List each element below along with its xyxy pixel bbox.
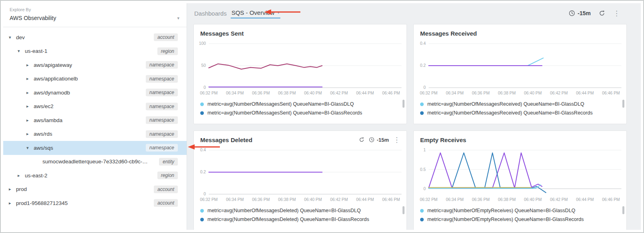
legend-label: metric=avg(NumberOfMessagesReceived) Que… xyxy=(427,110,593,116)
tree-item-type-badge: namespace xyxy=(146,61,178,69)
chevron-down-icon[interactable]: ▾ xyxy=(18,48,25,54)
clock-icon xyxy=(569,10,575,16)
chart-messages-sent: 05010006:32 PM06:34 PM06:36 PM06:38 PM06… xyxy=(194,38,407,97)
tree-item-aws-dynamodb[interactable]: ▸aws/dynamodbnamespace xyxy=(3,86,187,100)
tree-item-label: aws/applicationelb xyxy=(34,76,78,82)
svg-text:06:40 PM: 06:40 PM xyxy=(304,91,322,95)
chevron-right-icon[interactable]: ▸ xyxy=(26,76,34,81)
panel-empty-receives: Empty Receives00.5106:32 PM06:34 PM06:36… xyxy=(413,131,627,230)
legend-item[interactable]: metric=avg(NumberOfMessagesReceived) Que… xyxy=(420,101,618,107)
svg-text:06:32 PM: 06:32 PM xyxy=(200,91,217,95)
tree-item-type-badge: namespace xyxy=(146,102,178,110)
tree-item-us-east-2[interactable]: ▸us-east-2region xyxy=(3,169,187,183)
explore-sidebar: Explore By AWS Observability ▾ ▾devaccou… xyxy=(3,3,187,230)
panel-time-range-control[interactable]: -15m xyxy=(369,137,389,143)
legend-scrollbar[interactable] xyxy=(622,206,624,214)
chevron-down-icon: ▾ xyxy=(177,16,179,21)
dashboard-selector[interactable]: SQS - Overview ▾ xyxy=(231,8,280,18)
svg-text:0.5: 0.5 xyxy=(420,167,426,172)
legend-item[interactable]: metric=avg(NumberOfMessagesSent) QueueNa… xyxy=(200,101,398,107)
svg-text:06:44 PM: 06:44 PM xyxy=(356,91,374,95)
kebab-menu-icon[interactable]: ⋮ xyxy=(613,10,620,17)
legend: metric=avg(NumberOfEmptyReceives) QueueN… xyxy=(414,204,626,229)
chevron-right-icon[interactable]: ▸ xyxy=(26,131,34,137)
source-selector-value: AWS Observability xyxy=(10,15,56,21)
tree-item-us-east-1[interactable]: ▾us-east-1region xyxy=(3,44,187,58)
tree-item-label: sumocwdeadletterqueue-7e332d60-cb9c-11e8… xyxy=(42,159,149,165)
time-range-control[interactable]: -15m xyxy=(569,10,591,16)
legend-item[interactable]: metric=avg(NumberOfMessagesDeleted) Queu… xyxy=(200,208,398,213)
tree-item-aws-rds[interactable]: ▸aws/rdsnamespace xyxy=(3,127,187,141)
explore-tree: ▾devaccount▾us-east-1region▸aws/apigatew… xyxy=(3,27,187,210)
explore-sidebar-header: Explore By AWS Observability ▾ xyxy=(3,3,187,27)
svg-text:06:34 PM: 06:34 PM xyxy=(226,91,244,95)
svg-text:06:32 PM: 06:32 PM xyxy=(420,197,437,202)
panel-title: Messages Deleted xyxy=(200,137,252,143)
dashboard-grid: Messages Sent05010006:32 PM06:34 PM06:36… xyxy=(187,23,641,230)
svg-text:06:42 PM: 06:42 PM xyxy=(550,197,568,202)
svg-text:0: 0 xyxy=(203,86,206,90)
svg-text:0: 0 xyxy=(423,187,426,191)
legend-color-dot xyxy=(200,111,204,115)
tree-item-aws-lambda[interactable]: ▸aws/lambdanamespace xyxy=(3,113,187,127)
tree-item-prod1-956882712345[interactable]: ▸prod1-956882712345account xyxy=(3,196,187,210)
svg-text:06:46 PM: 06:46 PM xyxy=(382,91,400,95)
chevron-down-icon[interactable]: ▾ xyxy=(26,145,34,151)
chevron-right-icon[interactable]: ▸ xyxy=(26,118,34,123)
svg-text:06:36 PM: 06:36 PM xyxy=(472,91,489,95)
tree-item-label: aws/lambda xyxy=(34,117,62,123)
legend-color-dot xyxy=(200,209,204,213)
tree-item-dev[interactable]: ▾devaccount xyxy=(3,30,187,44)
chevron-down-icon: ▾ xyxy=(277,10,280,15)
tree-item-aws-applicationelb[interactable]: ▸aws/applicationelbnamespace xyxy=(3,72,187,86)
explore-by-label: Explore By xyxy=(10,7,180,12)
chevron-right-icon[interactable]: ▸ xyxy=(9,201,16,206)
legend: metric=avg(NumberOfMessagesDeleted) Queu… xyxy=(194,204,407,229)
chevron-right-icon[interactable]: ▸ xyxy=(26,62,34,68)
chart-messages-deleted: 00.20.406:32 PM06:34 PM06:36 PM06:38 PM0… xyxy=(194,145,407,204)
panel-title: Empty Receives xyxy=(420,137,466,143)
legend-item[interactable]: metric=avg(NumberOfMessagesDeleted) Queu… xyxy=(200,217,398,222)
tree-item-aws-apigateway[interactable]: ▸aws/apigatewaynamespace xyxy=(3,58,187,72)
breadcrumb-dashboards[interactable]: Dashboards xyxy=(194,10,227,17)
refresh-icon xyxy=(359,137,364,143)
panel-kebab-menu-icon[interactable]: ⋮ xyxy=(393,137,400,143)
chevron-down-icon[interactable]: ▾ xyxy=(9,35,16,40)
svg-text:06:38 PM: 06:38 PM xyxy=(498,197,515,202)
panel-refresh-button[interactable] xyxy=(359,137,364,143)
chart-empty-receives: 00.5106:32 PM06:34 PM06:36 PM06:38 PM06:… xyxy=(414,145,626,204)
svg-text:06:32 PM: 06:32 PM xyxy=(200,197,217,202)
legend-scrollbar[interactable] xyxy=(402,100,405,108)
tree-item-type-badge: namespace xyxy=(146,75,178,82)
panel-messages-sent: Messages Sent05010006:32 PM06:34 PM06:36… xyxy=(193,24,407,124)
legend-item[interactable]: metric=avg(NumberOfMessagesReceived) Que… xyxy=(420,110,618,116)
tree-item-label: aws/apigateway xyxy=(34,62,72,68)
tree-item-type-badge: namespace xyxy=(146,144,178,152)
chevron-right-icon[interactable]: ▸ xyxy=(26,90,34,95)
tree-item-prod[interactable]: ▸prodaccount xyxy=(3,183,187,197)
svg-text:06:38 PM: 06:38 PM xyxy=(498,91,515,95)
tree-item-aws-ec2[interactable]: ▸aws/ec2namespace xyxy=(3,100,187,114)
source-selector[interactable]: AWS Observability ▾ xyxy=(10,15,180,24)
tree-item-type-badge: account xyxy=(154,34,178,41)
legend-item[interactable]: metric=avg(NumberOfMessagesSent) QueueNa… xyxy=(200,110,398,116)
legend-item[interactable]: metric=avg(NumberOfEmptyReceives) QueueN… xyxy=(420,208,618,213)
tree-item-type-badge: account xyxy=(154,199,178,207)
legend-scrollbar[interactable] xyxy=(402,206,405,214)
tree-item-label: aws/sqs xyxy=(34,145,53,151)
refresh-button[interactable] xyxy=(599,10,605,16)
chart-messages-received: 00.20.406:32 PM06:34 PM06:36 PM06:38 PM0… xyxy=(414,38,626,97)
tree-item-type-badge: namespace xyxy=(146,89,178,96)
tree-item-aws-sqs[interactable]: ▾aws/sqsnamespace xyxy=(3,141,187,155)
chevron-right-icon[interactable]: ▸ xyxy=(18,173,25,178)
tree-item-label: aws/dynamodb xyxy=(34,90,70,96)
chevron-right-icon[interactable]: ▸ xyxy=(26,104,34,109)
legend-scrollbar[interactable] xyxy=(622,100,624,108)
legend-item[interactable]: metric=avg(NumberOfEmptyReceives) QueueN… xyxy=(420,217,618,222)
dashboard-title: SQS - Overview xyxy=(231,9,275,16)
chevron-right-icon[interactable]: ▸ xyxy=(9,187,16,192)
svg-text:50: 50 xyxy=(201,64,206,68)
legend: metric=avg(NumberOfMessagesSent) QueueNa… xyxy=(194,97,407,122)
tree-item-sumocwdeadletterqueue-7e332d60-cb9c-11e8[interactable]: sumocwdeadletterqueue-7e332d60-cb9c-11e8… xyxy=(3,155,187,169)
svg-text:0: 0 xyxy=(423,86,426,90)
